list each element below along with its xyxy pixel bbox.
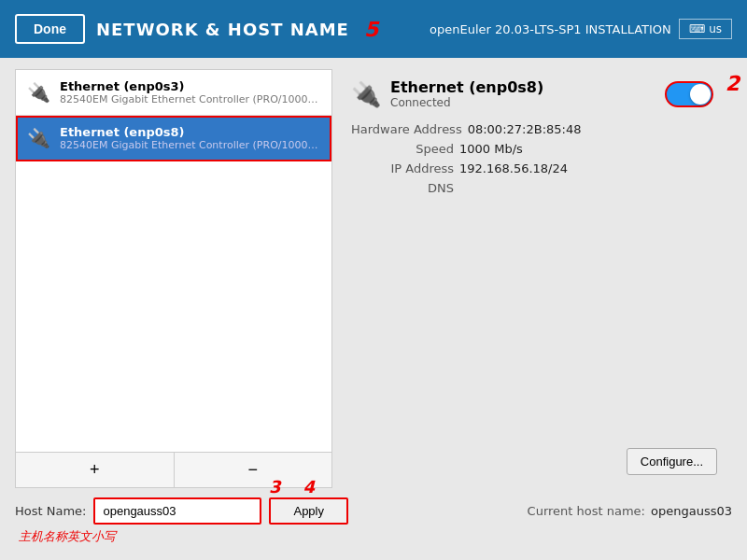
- header-left: Done NETWORK & HOST NAME 5: [15, 14, 378, 44]
- network-list: 🔌 Ethernet (enp0s3) 82540EM Gigabit Ethe…: [15, 69, 332, 488]
- step5-badge: 5: [364, 18, 378, 41]
- hw-value: 08:00:27:2B:85:48: [468, 122, 582, 136]
- install-title: openEuler 20.03-LTS-SP1 INSTALLATION: [430, 22, 671, 36]
- hostname-left: Host Name: 3 Apply 4: [15, 497, 348, 525]
- main-content: 🔌 Ethernet (enp0s3) 82540EM Gigabit Ethe…: [0, 58, 747, 560]
- dns-label: DNS: [351, 181, 454, 195]
- keyboard-badge[interactable]: ⌨ us: [679, 19, 732, 39]
- network-name-2: Ethernet (enp0s8): [60, 125, 320, 139]
- done-button[interactable]: Done: [15, 14, 85, 44]
- network-desc-2: 82540EM Gigabit Ethernet Controller (PRO…: [60, 139, 320, 151]
- bottom-section: Host Name: 3 Apply 4 Current host name: …: [15, 497, 732, 549]
- network-item-enp0s8[interactable]: 🔌 Ethernet (enp0s8) 82540EM Gigabit Ethe…: [16, 116, 331, 161]
- configure-button[interactable]: Configure...: [627, 448, 717, 475]
- page-title: NETWORK & HOST NAME: [96, 20, 349, 39]
- current-hostname-label: Current host name:: [528, 504, 645, 518]
- hostname-input[interactable]: [93, 497, 261, 525]
- ethernet-icon-1: 🔌: [27, 81, 50, 104]
- detail-ethernet-icon: 🔌: [351, 80, 381, 108]
- hostname-label: Host Name:: [15, 504, 86, 518]
- apply-wrapper: Apply 4: [269, 497, 348, 525]
- detail-status: Connected: [390, 96, 543, 109]
- network-name-1: Ethernet (enp0s3): [60, 79, 320, 93]
- header: Done NETWORK & HOST NAME 5 openEuler 20.…: [0, 0, 747, 58]
- header-right: openEuler 20.03-LTS-SP1 INSTALLATION ⌨ u…: [430, 19, 732, 39]
- ethernet-icon-2: 🔌: [27, 127, 50, 149]
- detail-title: Ethernet (enp0s8): [390, 78, 543, 96]
- field-speed: Speed 1000 Mb/s: [351, 142, 713, 156]
- field-dns: DNS: [351, 181, 713, 195]
- keyboard-icon: ⌨: [689, 22, 705, 35]
- hostname-row: Host Name: 3 Apply 4 Current host name: …: [15, 497, 732, 525]
- ip-label: IP Address: [351, 161, 454, 175]
- keyboard-lang: us: [709, 22, 722, 35]
- top-section: 🔌 Ethernet (enp0s3) 82540EM Gigabit Ethe…: [15, 69, 732, 488]
- apply-button[interactable]: Apply: [269, 497, 348, 525]
- network-info-1: Ethernet (enp0s3) 82540EM Gigabit Ethern…: [60, 79, 320, 105]
- hw-label: Hardware Address: [351, 122, 462, 136]
- annotation-text: 主机名称英文小写: [19, 528, 116, 545]
- step2-badge: 2: [726, 72, 740, 95]
- detail-header: 🔌 Ethernet (enp0s8) Connected 2: [351, 78, 713, 109]
- step4-badge: 4: [303, 477, 315, 497]
- ip-value: 192.168.56.18/24: [459, 161, 568, 175]
- step3-badge: 3: [269, 477, 281, 497]
- network-info-2: Ethernet (enp0s8) 82540EM Gigabit Ethern…: [60, 125, 320, 151]
- network-desc-1: 82540EM Gigabit Ethernet Controller (PRO…: [60, 93, 320, 105]
- toggle-wrapper: 2: [665, 81, 713, 107]
- detail-panel: 🔌 Ethernet (enp0s8) Connected 2 Hardware…: [332, 69, 732, 488]
- annotation-row: 主机名称英文小写: [15, 528, 732, 545]
- network-item-enp0s3[interactable]: 🔌 Ethernet (enp0s3) 82540EM Gigabit Ethe…: [16, 70, 331, 116]
- field-hardware-address: Hardware Address 08:00:27:2B:85:48: [351, 122, 713, 136]
- current-hostname-value: opengauss03: [651, 504, 732, 518]
- speed-label: Speed: [351, 142, 454, 156]
- list-buttons: + −: [16, 452, 331, 487]
- toggle-knob: [690, 84, 711, 105]
- field-ip: IP Address 192.168.56.18/24: [351, 161, 713, 175]
- hostname-input-wrapper: 3: [93, 497, 261, 525]
- detail-fields: Hardware Address 08:00:27:2B:85:48 Speed…: [351, 122, 713, 195]
- add-network-button[interactable]: +: [16, 453, 175, 487]
- speed-value: 1000 Mb/s: [459, 142, 523, 156]
- connection-toggle[interactable]: [665, 81, 713, 107]
- current-hostname: Current host name: opengauss03: [528, 504, 732, 518]
- detail-name-row: 🔌 Ethernet (enp0s8) Connected: [351, 78, 543, 109]
